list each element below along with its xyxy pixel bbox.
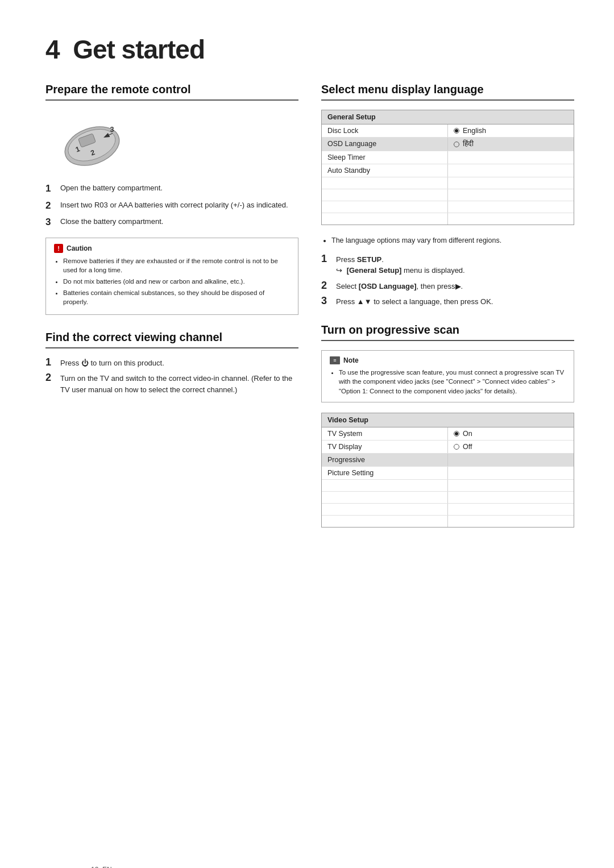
caution-item-1: Remove batteries if they are exhausted o…: [63, 256, 290, 275]
radio-hindi: [454, 142, 459, 147]
caution-item-3: Batteries contain chemical substances, s…: [63, 288, 290, 307]
section-prepare-remote: Prepare the remote control 1 2 3: [45, 83, 298, 315]
video-setup-header: Video Setup: [322, 413, 574, 427]
general-setup-header: General Setup: [322, 110, 574, 124]
caution-icon: !: [54, 244, 63, 253]
section-select-language: Select menu display language General Set…: [321, 83, 574, 308]
section-prepare-title: Prepare the remote control: [45, 83, 298, 101]
prepare-step-2: 2 Insert two R03 or AAA batteries with c…: [45, 200, 298, 213]
prepare-step-3: 3 Close the battery compartment.: [45, 216, 298, 230]
caution-list: Remove batteries if they are exhausted o…: [54, 256, 290, 307]
language-note: The language options may vary from diffe…: [321, 235, 574, 246]
radio-on: [454, 431, 459, 437]
remote-illustration: 1 2 3: [51, 110, 154, 172]
find-step-1: 1 Press ⏻ to turn on this product.: [45, 358, 298, 369]
menu-row-tv-display: TV Display Off: [322, 441, 574, 454]
left-column: Prepare the remote control 1 2 3: [45, 83, 298, 543]
radio-off: [454, 444, 459, 450]
caution-title: ! Caution: [54, 244, 290, 253]
caution-item-2: Do not mix batteries (old and new or car…: [63, 277, 290, 286]
menu-row-disc-lock: Disc Lock English: [322, 124, 574, 138]
menu-blank-row: [322, 177, 574, 189]
menu-row-osd-language: OSD Language हिंदी: [322, 138, 574, 151]
note-icon: ≡: [330, 356, 340, 364]
page-number: 12: [91, 866, 98, 868]
chapter-title: 4 Get started: [45, 34, 574, 65]
note-list: To use the progressive scan feature, you…: [330, 368, 566, 396]
menu-blank-row: [322, 492, 574, 504]
right-column: Select menu display language General Set…: [321, 83, 574, 543]
lang-step-3: 3 Press ▲▼ to select a language, then pr…: [321, 296, 574, 308]
menu-row-progressive: Progressive: [322, 454, 574, 467]
menu-row-sleep-timer: Sleep Timer: [322, 151, 574, 164]
menu-blank-row: [322, 504, 574, 516]
section-progressive-title: Turn on progressive scan: [321, 323, 574, 341]
menu-row-picture-setting: Picture Setting: [322, 467, 574, 480]
lang-step-1: 1 Press SETUP. ↪ [General Setup] menu is…: [321, 254, 574, 276]
menu-blank-row: [322, 201, 574, 213]
menu-blank-row: [322, 189, 574, 201]
section-language-title: Select menu display language: [321, 83, 574, 101]
video-setup-menu: Video Setup TV System On TV Display: [321, 413, 574, 528]
menu-row-tv-system: TV System On: [322, 427, 574, 441]
section-find-channel-title: Find the correct viewing channel: [45, 331, 298, 348]
prepare-step-1: 1 Open the battery compartment.: [45, 182, 298, 196]
menu-blank-row: [322, 516, 574, 527]
caution-box: ! Caution Remove batteries if they are e…: [45, 238, 298, 315]
section-progressive-scan: Turn on progressive scan ≡ Note To use t…: [321, 323, 574, 528]
menu-row-auto-standby: Auto Standby: [322, 164, 574, 177]
radio-english: [454, 128, 459, 134]
page-lang: EN: [102, 866, 112, 868]
note-title: ≡ Note: [330, 356, 566, 364]
section-find-channel: Find the correct viewing channel 1 Press…: [45, 331, 298, 396]
general-setup-menu: General Setup Disc Lock English OSD Lang…: [321, 110, 574, 225]
find-step-2: 2 Turn on the TV and switch to the corre…: [45, 373, 298, 395]
menu-blank-row: [322, 213, 574, 225]
menu-blank-row: [322, 480, 574, 492]
svg-text:3: 3: [110, 126, 114, 134]
prepare-steps: 1 Open the battery compartment. 2 Insert…: [45, 182, 298, 230]
page-footer: 12 EN: [91, 866, 112, 868]
progressive-note-box: ≡ Note To use the progressive scan featu…: [321, 350, 574, 402]
lang-step-2: 2 Select [OSD Language], then press▶.: [321, 281, 574, 292]
